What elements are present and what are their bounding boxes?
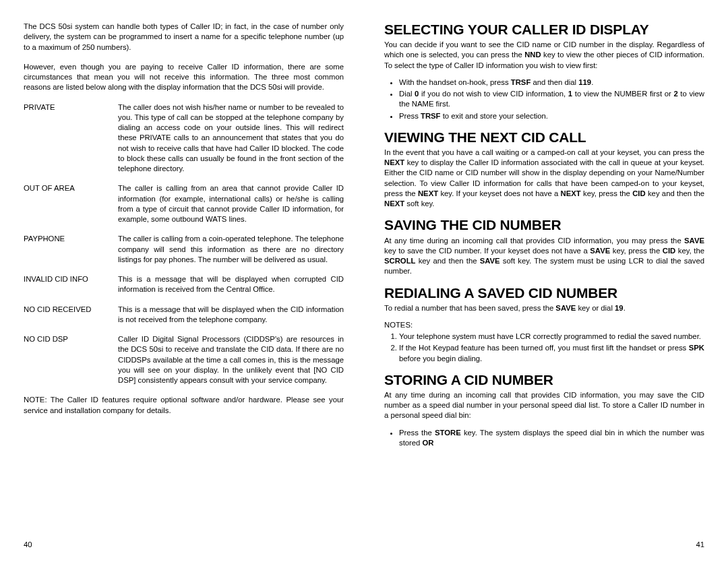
list-item: With the handset on-hook, press TRSF and…: [399, 77, 704, 88]
page-number-right: 41: [696, 540, 704, 549]
bullet-list: With the handset on-hook, press TRSF and…: [384, 77, 704, 121]
numbered-list: Your telephone system must have LCR corr…: [384, 332, 704, 364]
definition-row: NO CID RECEIVED This is a message that w…: [24, 305, 344, 325]
list-item: Press the STORE key. The system displays…: [399, 428, 704, 449]
definition-desc: The caller does not wish his/her name or…: [118, 102, 344, 175]
definition-row: NO CID DSP Caller ID Digital Signal Proc…: [24, 334, 344, 385]
definition-row: OUT OF AREA The caller is calling from a…: [24, 183, 344, 224]
definition-term: NO CID RECEIVED: [24, 305, 118, 325]
section-heading-redialing: REDIALING A SAVED CID NUMBER: [384, 285, 704, 301]
section-body: At any time during an incoming call that…: [384, 390, 704, 421]
section-body: You can decide if you want to see the CI…: [384, 40, 704, 71]
definition-row: INVALID CID INFO This is a message that …: [24, 274, 344, 295]
definition-term: OUT OF AREA: [24, 183, 118, 224]
section-heading-selecting: SELECTING YOUR CALLER ID DISPLAY: [384, 22, 704, 37]
section-body: At any time during an incoming call that…: [384, 236, 704, 277]
list-item: Press TRSF to exit and store your select…: [399, 111, 704, 121]
definition-row: PAYPHONE The caller is calling from a co…: [24, 234, 344, 265]
section-body: In the event that you have a call waitin…: [384, 148, 704, 210]
intro-paragraph-1: The DCS 50si system can handle both type…: [24, 22, 344, 53]
definition-desc: This is a message that will be displayed…: [118, 305, 344, 325]
list-item: Dial 0 if you do not wish to view CID in…: [399, 89, 704, 110]
right-page: SELECTING YOUR CALLER ID DISPLAY You can…: [364, 0, 728, 562]
definition-term: PAYPHONE: [24, 234, 118, 265]
intro-paragraph-2: However, even though you are paying to r…: [24, 62, 344, 93]
section-body: To redial a number that has been saved, …: [384, 303, 704, 313]
definition-term: NO CID DSP: [24, 334, 118, 385]
section-heading-viewing: VIEWING THE NEXT CID CALL: [384, 129, 704, 145]
notes-label: NOTES:: [384, 320, 704, 330]
left-page: The DCS 50si system can handle both type…: [0, 0, 364, 562]
definition-term: INVALID CID INFO: [24, 274, 118, 295]
definition-desc: The caller is calling from a coin-operat…: [118, 234, 344, 265]
definition-desc: This is a message that will be displayed…: [118, 274, 344, 295]
list-item: If the Hot Keypad feature has been turne…: [399, 343, 704, 364]
note-paragraph: NOTE: The Caller ID features require opt…: [24, 395, 344, 416]
bullet-list: Press the STORE key. The system displays…: [384, 428, 704, 449]
definition-desc: The caller is calling from an area that …: [118, 183, 344, 224]
list-item: Your telephone system must have LCR corr…: [399, 332, 704, 342]
section-heading-saving: SAVING THE CID NUMBER: [384, 217, 704, 232]
definition-term: PRIVATE: [24, 102, 118, 175]
page-number-left: 40: [24, 540, 32, 549]
section-heading-storing: STORING A CID NUMBER: [384, 372, 704, 387]
definition-row: PRIVATE The caller does not wish his/her…: [24, 102, 344, 175]
definition-desc: Caller ID Digital Signal Processors (CID…: [118, 334, 344, 385]
